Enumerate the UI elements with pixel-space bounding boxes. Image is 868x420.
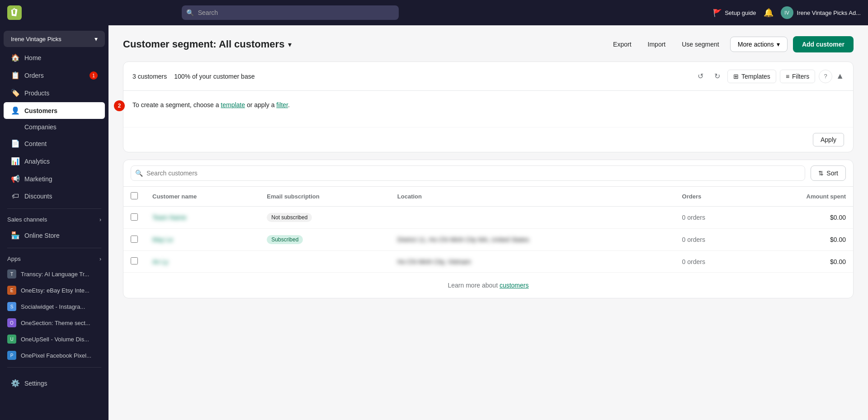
email-sub-cell: Subscribed <box>259 229 390 251</box>
notification-bell-icon[interactable]: 🔔 <box>764 8 774 18</box>
location-cell: District 11, Ho Chi Minh City MA, United… <box>390 229 675 251</box>
sidebar-item-orders[interactable]: 📋 Orders 1 <box>4 67 105 84</box>
flag-icon: 🚩 <box>713 9 722 17</box>
undo-button[interactable]: ↺ <box>694 69 707 83</box>
orders-cell: 0 orders <box>675 229 748 251</box>
redo-button[interactable]: ↻ <box>711 69 724 83</box>
sidebar-item-home[interactable]: 🏠 Home <box>4 49 105 66</box>
settings-label: Settings <box>24 380 47 387</box>
sidebar-item-discounts[interactable]: 🏷 Discounts <box>4 188 105 204</box>
sidebar-item-products[interactable]: 🏷️ Products <box>4 85 105 101</box>
amount-cell: $0.00 <box>748 229 853 251</box>
row-checkbox-cell <box>123 207 145 229</box>
sidebar-item-marketing[interactable]: 📢 Marketing <box>4 170 105 187</box>
store-selector[interactable]: Irene Vintage Picks ▾ <box>4 31 105 47</box>
sidebar-item-customers[interactable]: 👤 Customers <box>4 102 105 119</box>
sidebar-app-onesection[interactable]: O OneSection: Theme sect... <box>0 315 108 331</box>
sidebar-divider-2 <box>7 248 101 248</box>
sidebar-item-label: Customers <box>24 107 57 114</box>
template-link[interactable]: template <box>221 101 245 109</box>
search-input[interactable] <box>182 5 399 20</box>
sidebar-app-oneupsell[interactable]: U OneUpSell - Volume Dis... <box>0 331 108 347</box>
apps-label: Apps <box>7 255 21 262</box>
email-badge: Not subscribed <box>267 213 312 222</box>
row-checkbox[interactable] <box>131 257 138 264</box>
segment-hint: To create a segment, choose a template o… <box>132 100 844 110</box>
amount-cell: $0.00 <box>748 251 853 273</box>
templates-button[interactable]: ⊞ Templates <box>727 70 776 83</box>
help-button[interactable]: ? <box>819 70 832 83</box>
analytics-icon: 📊 <box>11 157 20 165</box>
row-checkbox[interactable] <box>131 213 138 221</box>
topnav-right: 🚩 Setup guide 🔔 IV Irene Vintage Picks A… <box>713 6 861 19</box>
apply-button[interactable]: Apply <box>813 133 844 146</box>
column-amount: Amount spent <box>748 187 853 207</box>
email-sub-cell <box>259 251 390 273</box>
export-button[interactable]: Export <box>608 37 637 52</box>
table-body: Team Name Not subscribed 0 orders $0.00 <box>123 207 853 273</box>
app-label: Socialwidget - Instagra... <box>21 303 85 310</box>
onepixel-app-icon: P <box>7 351 16 360</box>
search-icon: 🔍 <box>135 170 143 177</box>
sidebar-app-socialwidget[interactable]: S Socialwidget - Instagra... <box>0 298 108 315</box>
sidebar-item-label: Content <box>24 140 47 147</box>
sidebar-item-settings[interactable]: ⚙️ Settings <box>4 375 105 392</box>
sidebar-item-content[interactable]: 📄 Content <box>4 135 105 152</box>
sort-label: Sort <box>826 170 838 177</box>
more-actions-chevron-icon: ▾ <box>777 41 780 48</box>
store-selector-name: Irene Vintage Picks <box>11 36 61 42</box>
customer-name-cell: An Ly <box>145 251 259 273</box>
location-cell <box>390 207 675 229</box>
home-icon: 🏠 <box>11 53 20 62</box>
customer-table-card: 🔍 ⇅ Sort Customer name Email subscriptio… <box>123 160 854 298</box>
customer-search-wrap: 🔍 <box>131 165 805 181</box>
customers-learn-more-link[interactable]: customers <box>500 282 529 289</box>
segment-panel-header: 3 customers 100% of your customer base ↺… <box>123 62 853 91</box>
row-checkbox-cell <box>123 251 145 273</box>
orders-icon: 📋 <box>11 71 20 80</box>
apps-section[interactable]: Apps › <box>0 252 108 266</box>
sidebar-app-transcy[interactable]: T Transcy: AI Language Tr... <box>0 266 108 282</box>
select-all-checkbox[interactable] <box>131 192 138 199</box>
table-row[interactable]: May Le Subscribed District 11, Ho Chi Mi… <box>123 229 853 251</box>
sidebar-sub-item-companies[interactable]: Companies <box>4 120 105 134</box>
shopify-logo[interactable] <box>7 5 22 20</box>
table-row[interactable]: An Ly Ho Chi Minh City, Vietnam 0 orders… <box>123 251 853 273</box>
row-checkbox-cell <box>123 229 145 251</box>
filter-link[interactable]: filter <box>276 101 288 109</box>
customers-table: Customer name Email subscription Locatio… <box>123 187 853 273</box>
title-prefix: Customer segment: <box>123 38 217 50</box>
app-label: OnePixel Facebook Pixel... <box>21 352 91 359</box>
avatar: IV <box>781 6 793 19</box>
sidebar-item-online-store[interactable]: 🏪 Online Store <box>4 227 105 244</box>
more-actions-label: More actions <box>738 41 774 48</box>
row-checkbox[interactable] <box>131 236 138 243</box>
sidebar-app-onepixel[interactable]: P OnePixel Facebook Pixel... <box>0 347 108 363</box>
table-row[interactable]: Team Name Not subscribed 0 orders $0.00 <box>123 207 853 229</box>
sidebar-item-label: Home <box>24 54 41 61</box>
chevron-right-icon: › <box>99 217 101 223</box>
segment-dropdown-button[interactable]: ▾ <box>288 40 292 49</box>
collapse-panel-button[interactable]: ▲ <box>836 71 844 81</box>
apply-btn-container: Apply <box>123 127 853 152</box>
segment-panel-actions: ↺ ↻ ⊞ Templates ≡ Filters ? ▲ <box>694 69 844 83</box>
chevron-down-icon: ▾ <box>94 35 98 42</box>
settings-icon: ⚙️ <box>11 379 20 387</box>
import-button[interactable]: Import <box>642 37 671 52</box>
sales-channels-section[interactable]: Sales channels › <box>0 212 108 227</box>
global-search[interactable]: 🔍 <box>182 5 399 20</box>
use-segment-button[interactable]: Use segment <box>676 37 724 52</box>
filters-button[interactable]: ≡ Filters <box>780 70 815 83</box>
sort-button[interactable]: ⇅ Sort <box>811 165 846 181</box>
sidebar-app-oneetsy[interactable]: E OneEtsy: eBay Etsy Inte... <box>0 282 108 298</box>
sidebar-item-analytics[interactable]: 📊 Analytics <box>4 153 105 170</box>
account-menu[interactable]: IV Irene Vintage Picks Ad... <box>781 6 861 19</box>
content-icon: 📄 <box>11 139 20 148</box>
customer-search-input[interactable] <box>131 165 805 181</box>
more-actions-button[interactable]: More actions ▾ <box>730 37 788 52</box>
setup-guide-button[interactable]: 🚩 Setup guide <box>713 9 756 17</box>
add-customer-button[interactable]: Add customer <box>793 36 854 52</box>
orders-badge: 1 <box>90 71 98 80</box>
app-label: OneUpSell - Volume Dis... <box>21 336 89 343</box>
online-store-icon: 🏪 <box>11 231 20 240</box>
